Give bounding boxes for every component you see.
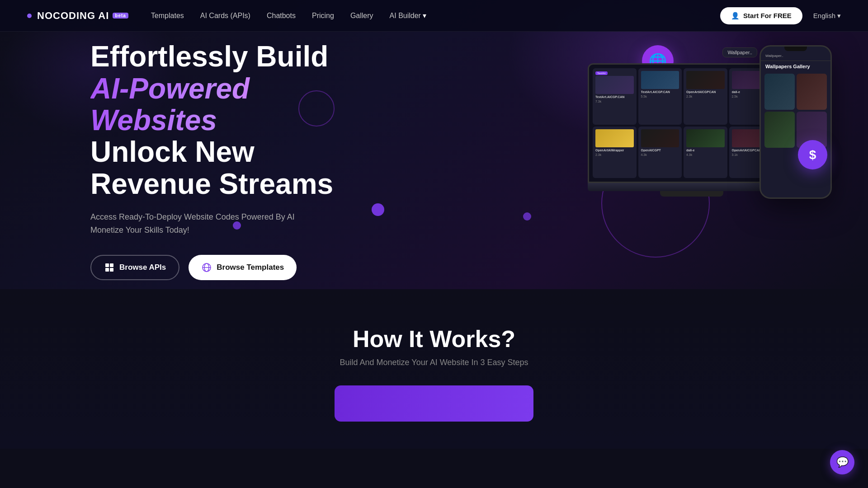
nav-item-gallery[interactable]: Gallery	[350, 12, 373, 20]
chat-icon: 💬	[836, 456, 849, 468]
dash-card: OpenArtAiWrapper 2.3k	[593, 127, 637, 178]
svg-rect-3	[110, 268, 113, 272]
hero-title-line1: Effortlessly Build	[90, 41, 339, 72]
nav-left: NOCODING AI beta Templates AI Cards (API…	[27, 10, 426, 22]
hero-subtitle: Access Ready-To-Deploy Website Codes Pow…	[90, 211, 339, 237]
nav-item-ai-builder[interactable]: AI Builder ▾	[390, 11, 426, 20]
laptop-screen: TextArt TextArt.AICGP.CAN 7.3k TextArt.A…	[588, 63, 778, 183]
chevron-down-icon: ▾	[837, 12, 841, 20]
dash-card: OpenArtAICGPCAN 2.3k	[684, 68, 727, 125]
phone-mockup: Wallpaper.. Wallpapers Gallery	[760, 45, 832, 199]
logo-dot	[27, 14, 32, 18]
logo-beta: beta	[113, 13, 128, 19]
svg-rect-0	[105, 263, 109, 267]
hero-title-line3: Unlock New Revenue Streams	[90, 136, 339, 200]
user-icon: 👤	[731, 12, 740, 20]
hero-visual: 🌐 Wallpaper.. TextArt TextArt.AICGP.CAN …	[570, 36, 841, 271]
dash-card: TextArt.AICGP.CAN 5.5k	[638, 68, 682, 125]
hero-title-line2: AI-Powered Websites	[90, 73, 339, 136]
nav-item-chatbots[interactable]: Chatbots	[267, 12, 296, 20]
globe-btn-icon	[201, 262, 212, 273]
phone-header: Wallpaper..	[761, 51, 830, 61]
phone-gallery-grid	[761, 72, 830, 150]
dollar-floating-icon: $	[798, 140, 827, 169]
dash-card: dall-e 4.3k	[684, 127, 727, 178]
nav-item-templates[interactable]: Templates	[151, 12, 184, 20]
phone-title: Wallpapers Gallery	[761, 61, 830, 72]
nav-item-ai-cards[interactable]: AI Cards (APIs)	[200, 12, 250, 20]
browse-templates-button[interactable]: Browse Templates	[189, 255, 297, 280]
nav-item-pricing[interactable]: Pricing	[312, 12, 334, 20]
phone-gallery-card	[797, 74, 827, 110]
logo-text: NOCODING AI	[37, 10, 109, 22]
how-it-works-card-placeholder	[335, 385, 533, 422]
svg-rect-1	[110, 263, 113, 267]
navbar: NOCODING AI beta Templates AI Cards (API…	[0, 0, 868, 32]
dashboard-grid: TextArt TextArt.AICGP.CAN 7.3k TextArt.A…	[589, 65, 776, 182]
laptop-stand	[660, 191, 723, 197]
browse-apis-button[interactable]: Browse APIs	[90, 255, 179, 280]
chevron-down-icon: ▾	[423, 11, 426, 20]
hero-buttons: Browse APIs Browse Templates	[90, 255, 339, 280]
wallpapers-label: Wallpaper..	[722, 47, 757, 57]
dash-card: OpenAICGPT 4.3k	[638, 127, 682, 178]
phone-gallery-card	[764, 74, 795, 110]
logo[interactable]: NOCODING AI beta	[27, 10, 128, 22]
how-it-works-title: How It Works?	[0, 325, 868, 352]
phone-gallery-card	[764, 112, 795, 148]
floating-dot-2	[372, 203, 384, 216]
nav-links: Templates AI Cards (APIs) Chatbots Prici…	[151, 11, 426, 20]
how-it-works-section: How It Works? Build And Monetize Your AI…	[0, 289, 868, 449]
floating-dot-3	[523, 212, 531, 221]
language-selector[interactable]: English ▾	[813, 12, 841, 20]
hero-section: Effortlessly Build AI-Powered Websites U…	[0, 0, 868, 289]
svg-rect-2	[105, 268, 109, 272]
dash-card: TextArt TextArt.AICGP.CAN 7.3k	[593, 68, 637, 125]
how-it-works-subtitle: Build And Monetize Your AI Website In 3 …	[0, 358, 868, 367]
grid-icon	[104, 262, 115, 273]
nav-right: 👤 Start For FREE English ▾	[720, 7, 841, 24]
hero-content: Effortlessly Build AI-Powered Websites U…	[0, 41, 339, 280]
chat-button[interactable]: 💬	[830, 450, 854, 474]
start-free-button[interactable]: 👤 Start For FREE	[720, 7, 802, 24]
phone-notch	[784, 47, 807, 51]
